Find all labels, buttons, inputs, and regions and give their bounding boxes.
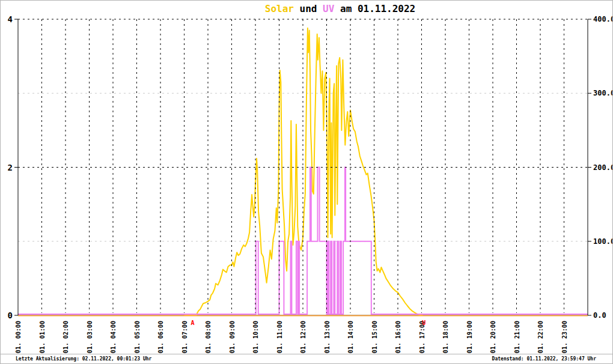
x-tick-label: 01. 03:00 — [87, 321, 93, 353]
left-tick-label: 0 — [8, 311, 13, 320]
right-tick-label: 400.0 — [593, 15, 613, 23]
x-tick-label: 01. 22:00 — [537, 321, 544, 353]
right-tick-label: 200.0 — [593, 163, 613, 172]
weather-chart-panel: Solar und UV am 01.11.2022 0240.0100.020… — [0, 0, 613, 364]
data-timestamp-text: Datenstand: 01.11.2022, 23:59:47 Uhr — [492, 356, 596, 362]
right-tick-label: 100.0 — [593, 237, 613, 246]
x-tick-label: 01. 10:00 — [252, 321, 259, 353]
x-tick-label: 01. 12:00 — [300, 321, 306, 353]
x-tick-label: 01. 05:00 — [134, 321, 141, 353]
sun-marker-U: U — [422, 320, 425, 326]
x-tick-label: 01. 11:00 — [276, 321, 283, 353]
x-tick-label: 01. 04:00 — [110, 321, 117, 353]
solar-line — [185, 28, 423, 315]
left-tick-label: 2 — [8, 163, 13, 172]
x-tick-label: 01. 23:00 — [561, 321, 568, 353]
x-tick-label: 01. 00:00 — [15, 321, 22, 353]
footer-divider — [1, 354, 613, 354]
x-tick-label: 01. 20:00 — [490, 321, 496, 353]
last-update-text: Letzte Aktualisierung: 02.11.2022, 00:01… — [16, 356, 151, 362]
x-tick-label: 01. 02:00 — [63, 321, 69, 353]
x-tick-label: 01. 13:00 — [324, 321, 331, 353]
x-tick-label: 01. 14:00 — [347, 321, 354, 353]
x-tick-label: 01. 09:00 — [229, 321, 236, 353]
x-tick-label: 01. 06:00 — [157, 321, 164, 353]
sun-marker-A: A — [191, 320, 195, 326]
x-tick-label: 01. 18:00 — [442, 321, 449, 353]
x-tick-label: 01. 15:00 — [371, 321, 378, 353]
x-tick-label: 01. 07:00 — [181, 321, 188, 353]
x-tick-label: 01. 08:00 — [205, 321, 212, 353]
x-tick-label: 01. 16:00 — [395, 321, 401, 353]
x-tick-label: 01. 19:00 — [466, 321, 473, 353]
right-tick-label: 300.0 — [593, 89, 613, 97]
solar-uv-plot: 0240.0100.0200.0300.0400.001. 00:0001. 0… — [1, 1, 613, 364]
x-tick-label: 01. 21:00 — [514, 321, 520, 353]
right-tick-label: 0.0 — [593, 311, 606, 320]
left-tick-label: 4 — [8, 14, 13, 24]
x-tick-label: 01. 01:00 — [39, 321, 46, 353]
